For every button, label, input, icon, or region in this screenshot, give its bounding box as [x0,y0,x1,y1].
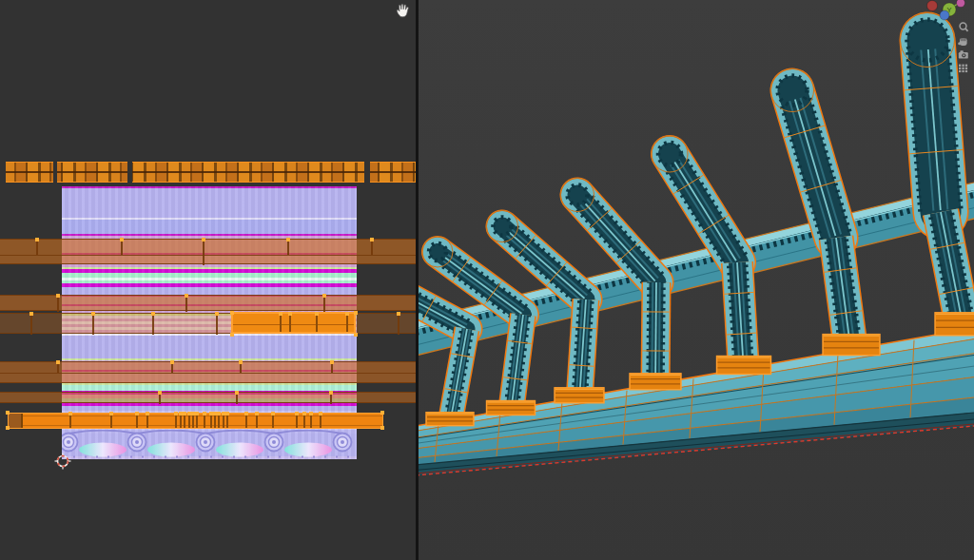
uv-edge[interactable] [152,314,154,335]
uv-edge[interactable] [69,414,71,428]
grid-display-icon[interactable] [959,65,967,73]
uv-island-band[interactable] [0,239,416,264]
uv-vertex[interactable] [35,238,39,241]
uv-edge[interactable] [175,414,177,428]
uv-2d-cursor[interactable] [54,453,71,470]
uv-edge[interactable] [203,240,205,255]
uv-island-selected[interactable] [8,413,383,429]
panel-divider[interactable] [416,0,419,560]
uv-edge[interactable] [57,296,59,312]
uv-vertex[interactable] [370,238,374,241]
uv-vertex[interactable] [319,412,322,415]
uv-edge[interactable] [192,414,194,428]
uv-island-band[interactable] [0,295,416,311]
uv-vertex[interactable] [195,412,199,415]
uv-edge[interactable] [296,414,298,428]
camera-view-icon[interactable] [959,50,968,58]
uv-edge[interactable] [203,255,205,265]
uv-edge[interactable] [188,414,190,428]
zoom-icon[interactable] [960,23,967,31]
uv-edge[interactable] [136,414,138,428]
uv-vertex[interactable] [309,412,313,415]
uv-edge[interactable] [214,414,216,428]
uv-vertex[interactable] [295,412,299,415]
uv-edge[interactable] [196,414,198,428]
uv-vertex[interactable] [146,412,149,415]
uv-edge[interactable] [223,414,224,428]
uv-edge[interactable] [310,414,312,428]
uv-vertex[interactable] [235,391,239,395]
uv-island-selected[interactable] [231,312,356,334]
uv-edge[interactable] [146,414,148,428]
uv-edge[interactable] [346,314,348,332]
uv-vertex[interactable] [255,412,259,415]
uv-vertex[interactable] [135,412,139,415]
uv-edge[interactable] [303,414,305,428]
uv-edge[interactable] [371,240,373,255]
uv-vertex[interactable] [380,411,384,415]
uv-vertex[interactable] [380,426,384,430]
uv-edge[interactable] [287,240,289,255]
gizmo-axis-ball[interactable] [927,1,938,11]
uv-vertex[interactable] [230,311,234,315]
uv-edge[interactable] [92,314,94,335]
uv-vertex[interactable] [286,238,290,241]
uv-edge[interactable] [121,240,123,255]
uv-vertex[interactable] [230,333,234,337]
uv-edge[interactable] [185,296,187,312]
gizmo-axis-ball[interactable] [940,10,949,20]
uv-vertex[interactable] [151,312,155,316]
uv-vertex[interactable] [288,312,292,316]
uv-edge[interactable] [204,414,205,428]
uv-vertex[interactable] [397,312,400,316]
pan-hand-icon[interactable] [958,38,966,46]
uv-edge[interactable] [289,314,291,332]
uv-vertex[interactable] [120,238,124,241]
uv-vertex[interactable] [215,312,219,316]
uv-vertex[interactable] [56,360,60,364]
uv-vertex[interactable] [6,411,10,415]
uv-edge[interactable] [226,414,228,428]
uv-editor-panel[interactable] [0,0,416,560]
uv-vertex[interactable] [203,412,206,415]
gizmo-axis-ball[interactable] [957,0,965,8]
uv-vertex[interactable] [225,412,229,415]
uv-vertex[interactable] [271,412,275,415]
uv-vertex[interactable] [354,311,358,315]
uv-edge[interactable] [280,314,282,332]
uv-vertex[interactable] [91,312,95,316]
uv-edge[interactable] [245,414,247,428]
uv-edge[interactable] [36,240,38,255]
uv-vertex[interactable] [354,333,358,337]
uv-edge[interactable] [398,314,399,335]
uv-edge[interactable] [216,314,218,335]
uv-island-band[interactable] [0,361,416,383]
uv-edge[interactable] [180,414,182,428]
uv-edge[interactable] [184,414,185,428]
uv-vertex[interactable] [174,412,178,415]
uv-vertex[interactable] [279,312,282,316]
3d-viewport-panel[interactable]: Y [419,0,974,560]
uv-edge[interactable] [110,414,112,428]
uv-vertex[interactable] [68,412,72,415]
uv-vertex[interactable] [239,360,243,364]
uv-vertex[interactable] [345,312,349,316]
uv-edge[interactable] [256,414,258,428]
uv-island-strip[interactable] [6,162,416,183]
uv-vertex[interactable] [202,238,205,241]
uv-vertex[interactable] [244,412,248,415]
uv-edge[interactable] [272,414,274,428]
uv-vertex[interactable] [109,412,113,415]
3d-viewport-canvas[interactable]: Y [419,0,974,560]
uv-vertex[interactable] [330,360,334,364]
uv-vertex[interactable] [170,360,174,364]
uv-edge[interactable] [30,314,32,335]
uv-island-band[interactable] [0,392,416,403]
uv-edge[interactable] [323,296,325,312]
uv-vertex[interactable] [29,312,33,316]
uv-vertex[interactable] [56,294,60,298]
uv-vertex[interactable] [322,294,326,298]
uv-edge[interactable] [320,414,321,428]
uv-vertex[interactable] [217,412,221,415]
uv-vertex[interactable] [315,312,319,316]
